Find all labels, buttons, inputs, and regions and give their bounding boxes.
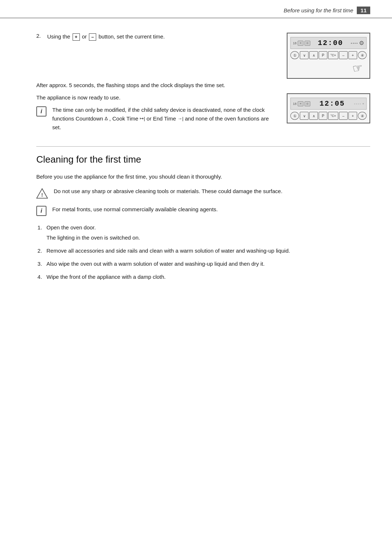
cleaning-step-1-text: Open the oven door. xyxy=(46,224,96,230)
btn2-temp: °C» xyxy=(328,112,338,120)
btn2-plus: + xyxy=(348,112,357,120)
cleaning-step-4: Wipe the front of the appliance with a d… xyxy=(44,273,370,281)
btn-p: P xyxy=(319,51,327,59)
displays-col: 18 ≡ ⊙ 12:00 ▪▪▪▪ ⚙ ① xyxy=(287,33,370,131)
section-divider xyxy=(36,146,370,147)
warning-triangle-svg: ! xyxy=(36,187,48,200)
metal-fronts-text: For metal fronts, use normal commerciall… xyxy=(52,205,370,214)
step2-left: 2. Using the + or – button, set the curr… xyxy=(36,33,272,135)
step2-section: 2. Using the + or – button, set the curr… xyxy=(36,33,370,135)
btn-4: ④ xyxy=(358,51,367,59)
info-icon2: i xyxy=(36,206,46,216)
display2-btn-row: ① ∨ ∧ P °C» – + ④ xyxy=(290,112,367,120)
display2-right-icons: ▫▫▫▫ ● xyxy=(354,102,364,106)
btn-down: ∨ xyxy=(300,51,309,59)
cleaning-step-1-sub: The lighting in the oven is switched on. xyxy=(46,233,370,242)
cleaning-step-3-text: Also wipe the oven out with a warm solut… xyxy=(46,261,265,267)
btn-temp: °C» xyxy=(328,51,338,59)
display1-left-icons: 18 ≡ ⊙ xyxy=(293,41,310,46)
page-number: 11 xyxy=(357,7,370,14)
display1-right-icons: ▪▪▪▪ ⚙ xyxy=(351,40,364,46)
warning-text: Do not use any sharp or abrasive cleanin… xyxy=(54,187,370,196)
cleaning-intro: Before you use the appliance for the fir… xyxy=(36,172,370,181)
display2-time: 12:05 xyxy=(319,99,345,108)
step2-text: Using the xyxy=(47,33,70,40)
cleaning-heading: Cleaning for the first time xyxy=(36,154,370,165)
step2-number: 2. xyxy=(36,33,47,39)
display1-icon2: ⊙ xyxy=(305,41,310,46)
cook-time-symbol: ↦| xyxy=(140,115,145,123)
display2-icon1: ≡ xyxy=(298,101,303,106)
display1: 18 ≡ ⊙ 12:00 ▪▪▪▪ ⚙ ① xyxy=(287,33,370,79)
btn2-power: ① xyxy=(290,112,299,120)
page-header: Before using for the first time 11 xyxy=(0,0,392,18)
metal-fronts-row: i For metal fronts, use normal commercia… xyxy=(36,205,370,216)
info-text: The time can only be modified, if the ch… xyxy=(52,106,272,132)
display2-dots: ▫▫▫▫ xyxy=(354,102,362,106)
warning-icon: ! xyxy=(36,188,48,199)
info-icon: i xyxy=(36,106,46,117)
cleaning-step-2: Remove all accessories and side rails an… xyxy=(44,246,370,255)
cleaning-step-1: Open the oven door. The lighting in the … xyxy=(44,223,370,242)
cleaning-step-4-text: Wipe the front of the appliance with a d… xyxy=(46,274,166,280)
btn-up: ∧ xyxy=(309,51,318,59)
cleaning-steps-list: Open the oven door. The lighting in the … xyxy=(36,223,370,281)
btn-power: ① xyxy=(290,51,299,59)
step2-text2: button, set the current time. xyxy=(98,33,165,40)
content-area: 2. Using the + or – button, set the curr… xyxy=(0,18,392,300)
display1-time: 12:00 xyxy=(318,39,343,47)
display2-num: 18 xyxy=(293,102,297,106)
display2-left-icons: 18 ≡ ⊙ xyxy=(293,101,310,106)
minus-button-inline: – xyxy=(89,33,96,41)
info-row: i The time can only be modified, if the … xyxy=(36,106,272,132)
warning-row: ! Do not use any sharp or abrasive clean… xyxy=(36,187,370,199)
display2: 18 ≡ ⊙ 12:05 ▫▫▫▫ ● ① ∨ xyxy=(287,93,370,123)
display1-dots: ▪▪▪▪ xyxy=(351,41,358,45)
hand-wrapper: ☞ xyxy=(290,61,367,75)
or-text: or xyxy=(82,33,87,40)
plus-button-inline: + xyxy=(73,33,80,41)
end-time-symbol: →| xyxy=(177,115,183,123)
cleaning-step-3: Also wipe the oven out with a warm solut… xyxy=(44,260,370,268)
display2-icon2: ⊙ xyxy=(305,101,310,106)
after-para1: After approx. 5 seconds, the flashing st… xyxy=(36,81,272,90)
btn-minus: – xyxy=(339,51,348,59)
step2-row: 2. Using the + or – button, set the curr… xyxy=(36,33,272,41)
btn-plus: + xyxy=(348,51,357,59)
display1-gear: ⚙ xyxy=(359,40,364,46)
btn2-p: P xyxy=(319,112,327,120)
btn2-up: ∧ xyxy=(309,112,318,120)
countdown-symbol: Δ xyxy=(105,115,108,123)
display1-num: 18 xyxy=(293,41,297,45)
display1-screen: 18 ≡ ⊙ 12:00 ▪▪▪▪ ⚙ xyxy=(290,37,367,49)
hand-icon: ☞ xyxy=(351,61,364,76)
header-title: Before using for the first time xyxy=(284,7,354,13)
step2-body: Using the + or – button, set the current… xyxy=(47,33,272,41)
spacer xyxy=(36,52,272,81)
btn2-minus: – xyxy=(339,112,348,120)
after-para2: The appliance is now ready to use. xyxy=(36,93,272,102)
btn2-down: ∨ xyxy=(300,112,309,120)
cleaning-step-2-text: Remove all accessories and side rails an… xyxy=(46,248,290,254)
svg-text:!: ! xyxy=(41,192,43,198)
page-container: Before using for the first time 11 2. Us… xyxy=(0,0,392,555)
display1-btn-row: ① ∨ ∧ P °C» – + ④ xyxy=(290,51,367,59)
btn2-4: ④ xyxy=(358,112,367,120)
display2-dot-small: ● xyxy=(362,102,364,105)
display2-screen: 18 ≡ ⊙ 12:05 ▫▫▫▫ ● xyxy=(290,98,367,110)
display1-icon1: ≡ xyxy=(298,41,303,46)
